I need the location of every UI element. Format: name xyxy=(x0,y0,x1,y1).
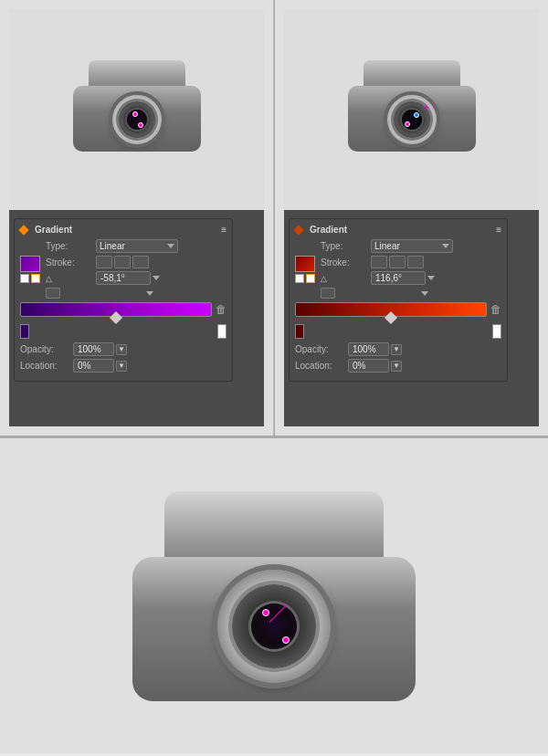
stroke-swatch-white[interactable] xyxy=(20,274,29,283)
options-row-right xyxy=(321,288,501,299)
type-label-left: Type: xyxy=(46,241,96,251)
camera-preview-left xyxy=(9,9,264,210)
dropdown-chevron-right xyxy=(442,244,449,248)
location-arrow-right[interactable]: ▼ xyxy=(391,361,402,372)
side-icons-right xyxy=(321,288,335,299)
stroke-swatch-white-r[interactable] xyxy=(295,274,304,283)
gradient-menu-icon[interactable]: ≡ xyxy=(221,225,227,235)
options-row-left xyxy=(46,288,227,299)
trash-icon-left[interactable]: 🗑 xyxy=(216,303,227,316)
opacity-label-left: Opacity: xyxy=(20,344,70,354)
stop-right-r[interactable] xyxy=(492,324,501,339)
stroke-icon-r1[interactable] xyxy=(371,256,387,268)
type-controls-right: Type: Linear Stroke: xyxy=(321,239,501,299)
gradient-editor-right: Gradient ≡ Type: xyxy=(289,218,508,382)
lens-mid xyxy=(119,101,155,138)
angle-input-left[interactable]: -58,1° xyxy=(96,271,151,285)
bottom-section xyxy=(0,438,548,753)
plus-icon: + xyxy=(424,102,429,112)
opacity-label-right: Opacity: xyxy=(295,344,345,354)
gradient-swatch-left[interactable] xyxy=(20,256,40,272)
gradient-control-dot-r1[interactable] xyxy=(414,112,419,118)
stroke-icons-left xyxy=(96,256,149,268)
gradient-control-dot-lg1[interactable] xyxy=(262,609,269,616)
stroke-swatch-outline-r[interactable] xyxy=(306,274,315,283)
gradient-title-row-r: Gradient xyxy=(295,225,347,235)
empty-box-left xyxy=(64,292,146,294)
options-chevron-left xyxy=(146,291,153,296)
stroke-row-right: Stroke: xyxy=(321,256,501,268)
gradient-control-dot-lg2[interactable] xyxy=(282,636,290,644)
gradient-bar-row-right: 🗑 xyxy=(295,302,501,317)
opacity-text-right: 100% xyxy=(353,344,376,354)
angle-icon-left: △ xyxy=(46,274,96,283)
type-dropdown-right[interactable]: Linear xyxy=(371,239,453,253)
gradient-bar-wrapper-right xyxy=(295,302,487,317)
stroke-icon-3[interactable] xyxy=(132,256,149,268)
empty-box-right xyxy=(339,292,421,294)
angle-chevron-right xyxy=(427,276,435,280)
swatch-small-row-r xyxy=(295,274,315,283)
trash-icon-right[interactable]: 🗑 xyxy=(490,303,501,316)
gradient-control-line xyxy=(269,604,289,623)
stop-left[interactable] xyxy=(20,324,29,339)
side-icons-left xyxy=(46,288,60,299)
stroke-icon-1[interactable] xyxy=(96,256,112,268)
camera-top-lg xyxy=(164,491,384,557)
opacity-arrow-left[interactable]: ▼ xyxy=(116,344,127,355)
type-row-right: Type: Linear Stroke: xyxy=(295,239,501,299)
type-dropdown-left[interactable]: Linear xyxy=(96,239,178,253)
location-value-left[interactable]: 0% xyxy=(73,359,114,373)
opacity-text-left: 100% xyxy=(78,344,101,354)
side-icon-r1[interactable] xyxy=(321,288,335,299)
swatch-small-row xyxy=(20,274,40,283)
stop-left-r[interactable] xyxy=(295,324,304,339)
gradient-swatch-right[interactable] xyxy=(295,256,315,272)
stroke-icon-r2[interactable] xyxy=(389,256,406,268)
gradient-panel-left: Gradient ≡ Type: xyxy=(9,210,264,426)
camera-large xyxy=(119,491,429,701)
stroke-label-left: Stroke: xyxy=(46,257,96,268)
stop-indicators-left xyxy=(20,324,227,339)
lens-outer-r: + xyxy=(387,95,437,144)
gradient-title-row: Gradient xyxy=(20,225,72,235)
opacity-row-right: Opacity: 100% ▼ xyxy=(295,342,501,356)
stroke-swatch-outline[interactable] xyxy=(31,274,40,283)
right-panel: + Gradient ≡ xyxy=(275,0,548,436)
lens-inner-lg xyxy=(251,604,297,649)
angle-row-right: △ 116,6° xyxy=(321,271,501,285)
angle-input-right[interactable]: 116,6° xyxy=(371,271,426,285)
camera-illustration-left xyxy=(68,60,206,152)
type-label-right: Type: xyxy=(321,241,371,251)
camera-body-r: + xyxy=(348,86,476,152)
color-swatches-right xyxy=(295,256,315,283)
lens-outer-lg xyxy=(217,570,331,683)
stroke-row-left: Stroke: xyxy=(46,256,227,268)
angle-chevron-left xyxy=(153,276,160,280)
gradient-title-left: Gradient xyxy=(35,225,72,235)
gradient-editor-left: Gradient ≡ Type: xyxy=(14,218,233,382)
angle-value-left: -58,1° xyxy=(100,273,125,283)
stroke-icon-2[interactable] xyxy=(114,256,131,268)
location-label-left: Location: xyxy=(20,361,70,371)
opacity-arrow-right[interactable]: ▼ xyxy=(391,344,402,355)
angle-icon-right: △ xyxy=(321,274,371,283)
location-arrow-left[interactable]: ▼ xyxy=(116,361,127,372)
opacity-value-right[interactable]: 100% xyxy=(348,342,389,356)
angle-triangle-icon-r: △ xyxy=(321,274,327,283)
side-icon-1[interactable] xyxy=(46,288,60,299)
gradient-control-dot-2[interactable] xyxy=(138,122,143,128)
location-label-right: Location: xyxy=(295,361,345,371)
location-row-left: Location: 0% ▼ xyxy=(20,359,227,373)
stroke-icon-r3[interactable] xyxy=(407,256,424,268)
location-value-right[interactable]: 0% xyxy=(348,359,389,373)
lens-outer xyxy=(112,95,162,144)
stop-right[interactable] xyxy=(217,324,227,339)
gradient-control-dot-1[interactable] xyxy=(132,111,138,117)
opacity-value-left[interactable]: 100% xyxy=(73,342,114,356)
gradient-menu-icon-r[interactable]: ≡ xyxy=(496,225,501,235)
top-section: Gradient ≡ Type: xyxy=(0,0,548,438)
stop-indicators-right xyxy=(295,324,501,339)
gradient-control-dot-r2[interactable] xyxy=(405,121,410,127)
lens-inner-r: + xyxy=(402,110,422,130)
